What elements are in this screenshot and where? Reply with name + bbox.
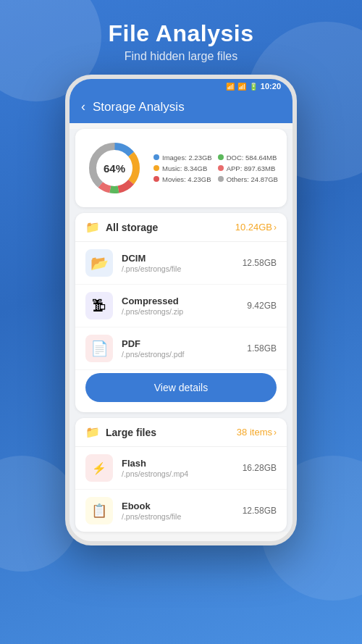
all-storage-header: 📁 All storage 10.24GB ›: [75, 213, 287, 242]
legend-label: Images: 2.23GB: [162, 154, 212, 162]
pdf-icon: 📄: [90, 340, 109, 357]
legend-dot: [218, 165, 224, 171]
dcim-info: DCIM /.pns/estrongs/file: [122, 253, 234, 273]
legend-item: Music: 8.34GB: [153, 164, 212, 172]
signal-icon: 📶: [237, 83, 246, 91]
dcim-path: /.pns/estrongs/file: [122, 264, 234, 273]
large-files-title: Large files: [106, 427, 156, 438]
ebook-info: Ebook /.pns/estrongs/file: [122, 501, 234, 521]
flash-name: Flash: [122, 458, 234, 469]
pdf-name: PDF: [122, 338, 238, 349]
compressed-info: Compressed /.pns/estrongs/.zip: [122, 296, 238, 316]
legend-dot: [153, 154, 159, 160]
compressed-name: Compressed: [122, 296, 238, 306]
ebook-icon-wrap: 📋: [85, 497, 113, 524]
legend-dot: [218, 176, 224, 182]
compressed-size: 9.42GB: [247, 301, 277, 311]
large-files-icon: 📁: [85, 425, 100, 439]
pdf-size: 1.58GB: [247, 343, 277, 354]
large-files-header: 📁 Large files 38 items ›: [75, 418, 287, 447]
flash-icon-wrap: ⚡: [85, 454, 113, 482]
all-storage-title: All storage: [106, 222, 158, 233]
legend-dot: [153, 176, 159, 182]
back-button[interactable]: ‹: [81, 99, 85, 114]
battery-icon: 🔋: [249, 83, 258, 91]
all-storage-icon: 📁: [85, 220, 100, 234]
all-storage-chevron: ›: [274, 222, 277, 233]
chart-legend: Images: 2.23GB DOC: 584.64MB Music: 8.34…: [153, 154, 278, 183]
large-files-card: 📁 Large files 38 items › ⚡ Flash: [75, 418, 287, 532]
all-storage-size: 10.24GB: [235, 222, 272, 233]
legend-item: Movies: 4.23GB: [153, 175, 212, 183]
pdf-icon-wrap: 📄: [85, 335, 113, 362]
dcim-size: 12.58GB: [243, 258, 277, 268]
dcim-icon-wrap: 📂: [85, 249, 113, 277]
dcim-name: DCIM: [122, 253, 234, 264]
wifi-icon: 📶: [226, 83, 235, 91]
legend-dot: [153, 165, 159, 171]
legend-label: DOC: 584.64MB: [227, 154, 277, 162]
flash-size: 16.28GB: [243, 463, 277, 473]
status-time: 10:20: [261, 82, 281, 91]
pdf-info: PDF /.pns/estrongs/.pdf: [122, 338, 238, 359]
view-details-button[interactable]: View details: [85, 373, 277, 402]
legend-item: Others: 24.87GB: [218, 175, 278, 183]
ebook-path: /.pns/estrongs/file: [122, 512, 234, 521]
donut-percentage: 64%: [104, 162, 125, 175]
large-files-chevron: ›: [274, 427, 277, 438]
large-files-count: 38 items: [237, 427, 272, 438]
dcim-icon: 📂: [90, 254, 109, 272]
legend-item: Images: 2.23GB: [153, 154, 212, 162]
all-storage-card: 📁 All storage 10.24GB › 📂 DCIM /: [75, 213, 287, 412]
legend-label: Others: 24.87GB: [227, 175, 278, 183]
large-files-meta[interactable]: 38 items ›: [237, 427, 277, 438]
flash-icon: ⚡: [92, 461, 106, 475]
top-bar: ‹ Storage Analysis: [70, 93, 292, 123]
ebook-icon: 📋: [91, 503, 107, 519]
file-item-pdf[interactable]: 📄 PDF /.pns/estrongs/.pdf 1.58GB: [75, 327, 287, 370]
page-header: File Analysis Find hidden large files: [0, 0, 362, 75]
compressed-icon-wrap: 🗜: [85, 292, 113, 319]
legend-label: Movies: 4.23GB: [162, 175, 211, 183]
ebook-size: 12.58GB: [243, 506, 277, 516]
legend-label: Music: 8.34GB: [162, 164, 207, 172]
pdf-path: /.pns/estrongs/.pdf: [122, 350, 238, 359]
chart-inner: 64% Images: 2.23GB DOC: 584.64MB Music: …: [85, 139, 277, 197]
compressed-icon: 🗜: [92, 298, 106, 314]
legend-dot: [218, 154, 224, 160]
ebook-name: Ebook: [122, 501, 234, 511]
all-storage-meta[interactable]: 10.24GB ›: [235, 222, 277, 233]
legend-item: DOC: 584.64MB: [218, 154, 278, 162]
chart-card: 64% Images: 2.23GB DOC: 584.64MB Music: …: [75, 129, 287, 207]
compressed-path: /.pns/estrongs/.zip: [122, 307, 238, 316]
all-storage-header-left: 📁 All storage: [85, 220, 158, 234]
flash-path: /.pns/estrongs/.mp4: [122, 469, 234, 478]
content-area: 64% Images: 2.23GB DOC: 584.64MB Music: …: [70, 129, 292, 532]
status-icons: 📶 📶 🔋 10:20: [226, 82, 281, 91]
file-item-ebook[interactable]: 📋 Ebook /.pns/estrongs/file 12.58GB: [75, 490, 287, 532]
donut-container: 64%: [85, 139, 143, 197]
file-item-compressed[interactable]: 🗜 Compressed /.pns/estrongs/.zip 9.42GB: [75, 285, 287, 327]
legend-label: APP: 897.63MB: [227, 164, 276, 172]
flash-info: Flash /.pns/estrongs/.mp4: [122, 458, 234, 478]
phone-frame: 📶 📶 🔋 10:20 ‹ Storage Analysis: [65, 75, 297, 545]
file-item-dcim[interactable]: 📂 DCIM /.pns/estrongs/file 12.58GB: [75, 242, 287, 285]
file-item-flash[interactable]: ⚡ Flash /.pns/estrongs/.mp4 16.28GB: [75, 447, 287, 490]
legend-item: APP: 897.63MB: [218, 164, 278, 172]
phone-mockup: 📶 📶 🔋 10:20 ‹ Storage Analysis: [0, 75, 362, 545]
status-bar: 📶 📶 🔋 10:20: [70, 79, 292, 93]
top-bar-title: Storage Analysis: [93, 100, 185, 114]
page-subtitle: Find hidden large files: [0, 50, 362, 63]
large-files-header-left: 📁 Large files: [85, 425, 156, 439]
page-title: File Analysis: [0, 20, 362, 47]
